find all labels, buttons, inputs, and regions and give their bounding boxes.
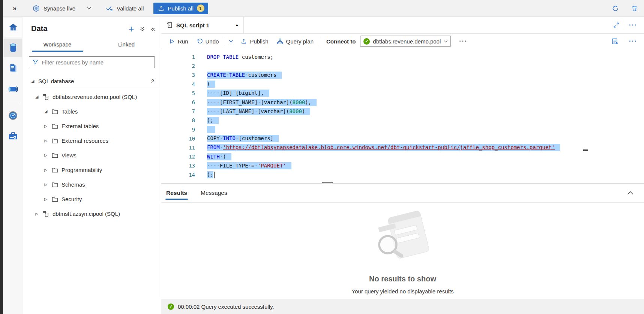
tree-item-dbtmsft-azsyn-cipool-sql[interactable]: ▷dbtmsft.azsyn.cipool (SQL) (23, 206, 161, 221)
unsaved-dot-icon: ● (236, 23, 238, 27)
folder-icon (51, 196, 62, 202)
publish-count-badge: 1 (197, 4, 204, 12)
panel-title: Data (31, 24, 128, 33)
caret-collapsed-icon[interactable]: ▷ (44, 124, 51, 128)
undo-label: Undo (206, 38, 219, 45)
tab-workspace[interactable]: Workspace (23, 38, 92, 52)
tree-item-schemas[interactable]: ▷Schemas (23, 177, 161, 192)
validate-all-button[interactable]: Validate all (105, 4, 144, 12)
code-line-13[interactable]: 13····FILE_TYPE·=·'PARQUET' (161, 161, 644, 170)
caret-collapsed-icon[interactable]: ▷ (44, 139, 51, 143)
line-number: 12 (161, 154, 195, 160)
collapse-panel-icon[interactable]: « (151, 25, 155, 33)
caret-collapsed-icon[interactable]: ▷ (35, 212, 42, 216)
properties-icon[interactable] (611, 38, 618, 45)
results-empty-state: No results to show Your query yielded no… (161, 203, 644, 299)
chevron-down-icon (444, 40, 448, 43)
expand-editor-icon[interactable] (613, 22, 619, 28)
chevron-down-icon[interactable] (87, 7, 91, 10)
caret-expanded-icon[interactable]: ◢ (31, 79, 38, 84)
tree-item-label: dbtlabs.revenue.demo.pool (SQL) (53, 94, 137, 100)
tab-results[interactable]: Results (165, 184, 188, 202)
code-line-4[interactable]: 4( (161, 80, 644, 89)
line-number: 14 (161, 172, 195, 178)
tree-item-count: 2 (151, 78, 161, 84)
run-label: Run (178, 38, 188, 45)
code-line-14[interactable]: 14); (161, 170, 644, 179)
code-line-5[interactable]: 5····[ID]·[bigint], (161, 89, 644, 98)
mode-label: Synapse live (44, 5, 75, 12)
refresh-icon[interactable] (612, 5, 619, 12)
filter-resources-input[interactable] (29, 56, 155, 68)
code-line-10[interactable]: 10COPY·INTO·[customers] (161, 134, 644, 143)
code-line-8[interactable]: 8); (161, 116, 644, 125)
tree-item-security[interactable]: ▷Security (23, 192, 161, 206)
code-editor[interactable]: 1DROP TABLE customers;23CREATE·TABLE·cus… (161, 49, 644, 184)
tree-item-views[interactable]: ▷Views (23, 148, 161, 163)
tab-sql-script-1[interactable]: SQL script 1 ● (161, 17, 244, 33)
collapse-results-chevron-icon[interactable] (627, 191, 644, 195)
nav-develop[interactable] (4, 59, 22, 78)
run-options-chevron-icon[interactable] (225, 40, 237, 43)
caret-expanded-icon[interactable]: ◢ (35, 94, 42, 99)
mode-selector[interactable]: Synapse live (32, 4, 91, 12)
double-chevron-down-icon[interactable] (140, 26, 145, 31)
query-plan-button[interactable]: Query plan (273, 34, 318, 49)
caret-collapsed-icon[interactable]: ▷ (44, 197, 51, 201)
add-resource-icon[interactable]: + (128, 25, 134, 33)
tab-more-icon[interactable]: ··· (629, 22, 637, 28)
code-line-3[interactable]: 3CREATE·TABLE·customers (161, 70, 644, 79)
folder-icon (51, 167, 62, 173)
caret-collapsed-icon[interactable]: ▷ (44, 182, 51, 187)
publish-label: Publish (250, 38, 268, 45)
nav-home[interactable] (4, 18, 22, 37)
tree-item-tables[interactable]: ◢Tables (23, 104, 161, 119)
folder-icon (51, 123, 62, 129)
connect-to-pool-dropdown[interactable]: ✓ dbtlabs.revenue.demo.pool (360, 36, 451, 47)
publish-button[interactable]: Publish (237, 34, 272, 49)
synapse-studio-window: » Synapse live Validate all Publish all … (0, 0, 644, 314)
gauge-icon (8, 111, 18, 121)
discard-trash-icon[interactable] (631, 5, 638, 12)
nav-data[interactable] (4, 39, 22, 57)
code-line-7[interactable]: 7····[LAST_NAME]·[varchar](8000) (161, 107, 644, 116)
code-line-text: ····FILE_TYPE·=·'PARQUET' (207, 162, 291, 169)
line-number: 1 (161, 54, 195, 60)
line-number: 9 (161, 127, 195, 133)
caret-collapsed-icon[interactable]: ▷ (44, 168, 51, 172)
line-number: 5 (161, 90, 195, 96)
code-line-1[interactable]: 1DROP TABLE customers; (161, 52, 644, 61)
tree-item-programmability[interactable]: ▷Programmability (23, 163, 161, 177)
connect-more-icon[interactable]: ··· (459, 38, 467, 45)
database-icon (42, 93, 53, 100)
status-message: 00:00:02 Query executed successfully. (178, 304, 274, 310)
home-icon (8, 22, 18, 33)
code-line-2[interactable]: 2 (161, 61, 644, 70)
tree-item-dbtlabs-revenue-demo-pool-sql[interactable]: ◢dbtlabs.revenue.demo.pool (SQL) (23, 90, 161, 104)
code-line-6[interactable]: 6····[FIRST_NAME]·[varchar](8000), (161, 98, 644, 107)
editor-toolbar: Run Undo Publish Query plan (161, 34, 644, 49)
caret-collapsed-icon[interactable]: ▷ (44, 153, 51, 157)
code-line-12[interactable]: 12WITH·( (161, 152, 644, 161)
expand-topnav-icon[interactable]: » (13, 4, 17, 12)
nav-monitor[interactable] (4, 106, 22, 125)
document-icon (8, 63, 18, 74)
query-plan-label: Query plan (286, 38, 314, 45)
code-line-11[interactable]: 11FROM·'https://dbtlabsynapsedatalake.bl… (161, 143, 644, 152)
tab-linked[interactable]: Linked (92, 38, 161, 52)
publish-all-button[interactable]: Publish all 1 (153, 3, 208, 14)
nav-integrate[interactable] (4, 80, 22, 99)
tree-item-label: Programmability (62, 167, 102, 173)
folder-icon (51, 138, 62, 144)
editor-more-icon[interactable]: ··· (629, 38, 637, 45)
nav-manage[interactable] (4, 127, 22, 145)
caret-expanded-icon[interactable]: ◢ (44, 109, 51, 114)
filter-funnel-icon (32, 59, 39, 67)
undo-button[interactable]: Undo (192, 34, 223, 49)
tree-item-sql-database[interactable]: ◢SQL database2 (23, 74, 161, 88)
tab-messages[interactable]: Messages (200, 184, 228, 202)
run-button[interactable]: Run (165, 34, 192, 49)
tree-item-external-resources[interactable]: ▷External resources (23, 133, 161, 148)
tree-item-external-tables[interactable]: ▷External tables (23, 119, 161, 133)
code-line-9[interactable]: 9 (161, 125, 644, 134)
